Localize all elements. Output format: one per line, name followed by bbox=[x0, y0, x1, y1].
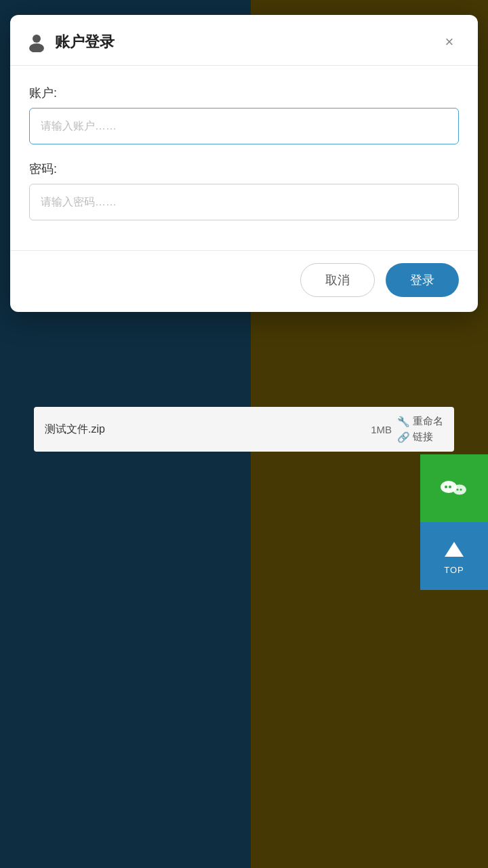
close-button[interactable]: × bbox=[437, 30, 462, 54]
dialog-backdrop: 账户登录 × 账户: 密码: 取消 登录 bbox=[0, 0, 488, 868]
dialog-title: 账户登录 bbox=[55, 32, 115, 52]
login-button[interactable]: 登录 bbox=[386, 263, 459, 297]
password-group: 密码: bbox=[29, 161, 459, 220]
account-input[interactable] bbox=[29, 108, 459, 144]
login-dialog: 账户登录 × 账户: 密码: 取消 登录 bbox=[10, 15, 478, 312]
account-group: 账户: bbox=[29, 85, 459, 144]
dialog-footer: 取消 登录 bbox=[10, 250, 478, 312]
user-icon bbox=[26, 32, 47, 52]
password-label: 密码: bbox=[29, 161, 459, 177]
password-input[interactable] bbox=[29, 184, 459, 220]
svg-point-9 bbox=[29, 43, 44, 52]
cancel-button[interactable]: 取消 bbox=[300, 263, 375, 297]
account-label: 账户: bbox=[29, 85, 459, 101]
dialog-body: 账户: 密码: bbox=[10, 66, 478, 250]
svg-point-8 bbox=[33, 35, 41, 43]
dialog-title-area: 账户登录 bbox=[26, 32, 115, 52]
dialog-header: 账户登录 × bbox=[10, 15, 478, 66]
